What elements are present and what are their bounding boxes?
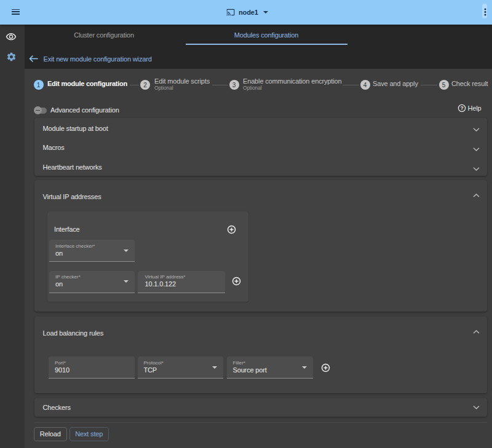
svg-text:?: ?: [460, 105, 463, 111]
